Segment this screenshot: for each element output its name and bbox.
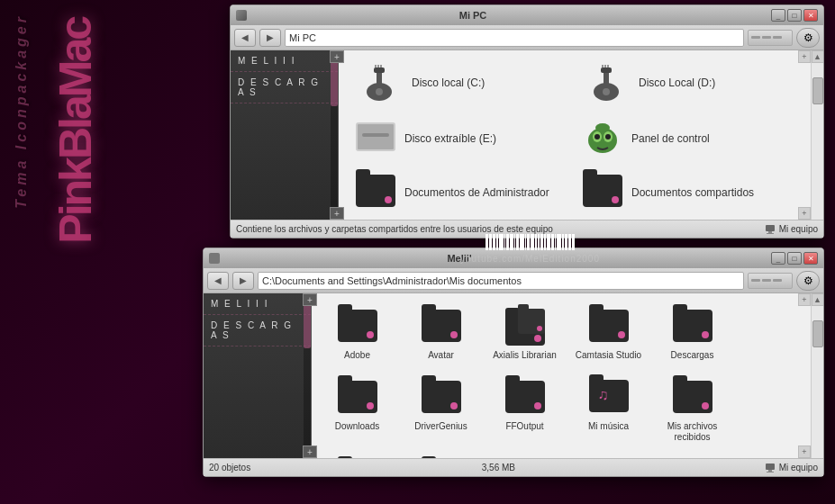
settings-button-mi-pc[interactable]: ⚙ <box>796 28 820 48</box>
sidebar-plus-top-2[interactable]: + <box>303 293 317 306</box>
drive-icon-e <box>356 122 395 155</box>
status-computer-mi-pc: Mi equipo <box>779 224 818 234</box>
window-icon-melii <box>209 253 220 264</box>
address-bar-mi-pc[interactable]: Mi PC <box>285 29 744 47</box>
folder-icon-musica: ♫ <box>587 375 631 418</box>
folder-icon-camtasia <box>587 304 631 347</box>
svg-point-6 <box>376 88 383 95</box>
list-item[interactable]: Axialis Librarian <box>486 301 563 364</box>
window-icon-mi-pc <box>236 10 247 21</box>
close-button-mi-pc[interactable]: ✕ <box>803 9 818 22</box>
settings-button-melii[interactable]: ⚙ <box>796 271 820 291</box>
list-item[interactable]: Disco local (C:) <box>352 59 570 106</box>
sidebar-item-meliii-1[interactable]: M e l i i i <box>231 50 338 72</box>
list-item[interactable]: Avatar <box>403 301 479 364</box>
sidebar-item-descargas-2[interactable]: D e s c a r g a s <box>204 315 311 346</box>
svg-rect-2 <box>374 68 385 73</box>
file-label: Camtasia Studio <box>576 350 641 361</box>
file-label: DriverGenius <box>414 421 467 432</box>
address-bar-melii[interactable]: C:\Documents and Settings\Administrador\… <box>258 272 744 290</box>
window-mi-pc: Mi PC _ □ ✕ ◀ ▶ Mi PC ⚙ + M e l i i i D … <box>230 4 824 238</box>
status-size-melii: 3,56 MB <box>482 463 515 472</box>
folder-icon-shared <box>583 175 622 211</box>
file-label: Mis archivos recibidos <box>658 421 727 443</box>
back-button-mi-pc[interactable]: ◀ <box>234 29 256 47</box>
list-item[interactable]: Adobe <box>319 301 395 364</box>
list-item[interactable]: Documentos compartidos <box>579 171 797 214</box>
status-right-melii: Mi equipo <box>765 463 818 473</box>
window-title-mi-pc: Mi PC <box>250 10 695 21</box>
main-plus-top-2[interactable]: + <box>798 293 811 306</box>
file-label: Panel de control <box>631 132 710 145</box>
list-item[interactable]: Camtasia Studio <box>570 301 647 364</box>
sidebar-item-descargas-1[interactable]: D e s c a r g a s <box>231 72 338 104</box>
file-label: Avatar <box>428 350 454 361</box>
file-label: Descargas <box>671 350 714 361</box>
status-computer-melii: Mi equipo <box>779 463 818 472</box>
right-scrollbar-2[interactable]: ▲ ▼ <box>811 293 823 476</box>
folder-icon-adobe <box>336 304 379 347</box>
forward-button-mi-pc[interactable]: ▶ <box>259 29 281 47</box>
computer-icon <box>765 224 776 235</box>
watermark-tema: Tema Iconpackager <box>14 14 30 209</box>
forward-button-melii[interactable]: ▶ <box>232 272 254 290</box>
computer-icon-2 <box>765 463 776 473</box>
file-label: Axialis Librarian <box>493 350 557 361</box>
file-label: Disco extraíble (E:) <box>404 132 496 145</box>
folder-icon-avatar <box>420 304 463 347</box>
status-bar-melii: 20 objetos 3,56 MB Mi equipo <box>204 458 823 476</box>
minimize-button-mi-pc[interactable]: _ <box>771 9 785 22</box>
guitar-icon-d <box>583 63 630 103</box>
list-item[interactable]: Disco Local (D:) <box>579 59 797 106</box>
list-item[interactable]: Documentos de Administrador <box>352 171 570 214</box>
file-label: Downloads <box>335 421 379 432</box>
right-scrollbar-1[interactable]: ▲ ▼ <box>811 50 823 238</box>
list-item[interactable]: Panel de control <box>579 115 797 162</box>
list-item[interactable]: Mis archivos recibidos <box>654 372 731 446</box>
youtube-url: youtube.com/MelEdition2000 <box>225 254 835 264</box>
svg-point-13 <box>603 88 610 95</box>
main-plus-top-1[interactable]: + <box>798 50 811 63</box>
status-count-melii: 20 objetos <box>209 463 250 472</box>
list-item[interactable]: ♫ Mi música <box>570 372 647 446</box>
status-text-mi-pc: Contiene los archivos y carpetas compart… <box>236 224 553 234</box>
folder-icon-admin <box>356 175 395 211</box>
panel-icon <box>583 119 622 158</box>
folder-icon-drivergenius <box>420 375 463 418</box>
file-label: Mi música <box>588 421 629 432</box>
sidebar-plus-bottom-1[interactable]: + <box>330 207 344 220</box>
main-plus-bottom-1[interactable]: + <box>798 207 811 220</box>
file-label: Documentos compartidos <box>631 186 754 199</box>
svg-rect-25 <box>767 472 774 472</box>
svg-rect-24 <box>768 470 772 472</box>
main-plus-bottom-2[interactable]: + <box>798 446 811 458</box>
scroll-up-btn-1[interactable]: ▲ <box>812 50 824 63</box>
folder-icon-descargas <box>671 304 714 347</box>
main-content-melii: Adobe Avatar <box>312 293 823 476</box>
sidebar-plus-top-1[interactable]: + <box>330 50 344 63</box>
restore-button-mi-pc[interactable]: □ <box>787 9 802 22</box>
list-item[interactable]: Downloads <box>319 372 395 446</box>
folder-icon-ffoutput <box>504 375 547 418</box>
list-item[interactable]: FFOutput <box>486 372 563 446</box>
svg-point-17 <box>594 134 600 140</box>
scroll-up-btn-2[interactable]: ▲ <box>812 293 824 306</box>
sidebar-item-meliii-2[interactable]: M e l i i i <box>204 293 311 315</box>
window-melii: Melii' _ □ ✕ ◀ ▶ C:\Documents and Settin… <box>203 248 824 477</box>
list-item[interactable]: DriverGenius <box>403 372 479 446</box>
guitar-icon-c <box>356 63 403 103</box>
list-item[interactable]: Descargas <box>654 301 731 364</box>
folder-icon-downloads <box>336 375 379 418</box>
list-item[interactable]: Disco extraíble (E:) <box>352 115 570 162</box>
main-content-mi-pc: Disco local (C:) <box>339 50 823 238</box>
back-button-melii[interactable]: ◀ <box>207 272 229 290</box>
scrollbar-thumb-1 <box>812 77 823 104</box>
scrollbar-thumb-2 <box>812 320 823 347</box>
svg-rect-9 <box>601 68 612 73</box>
watermark-pink: PinkBlaMac <box>50 18 102 244</box>
titlebar-mi-pc: Mi PC _ □ ✕ <box>231 5 823 25</box>
file-grid-melii: Adobe Avatar <box>312 293 811 476</box>
sidebar-plus-bottom-2[interactable]: + <box>303 446 317 458</box>
svg-rect-21 <box>768 231 772 233</box>
status-right-mi-pc: Mi equipo <box>765 224 818 235</box>
